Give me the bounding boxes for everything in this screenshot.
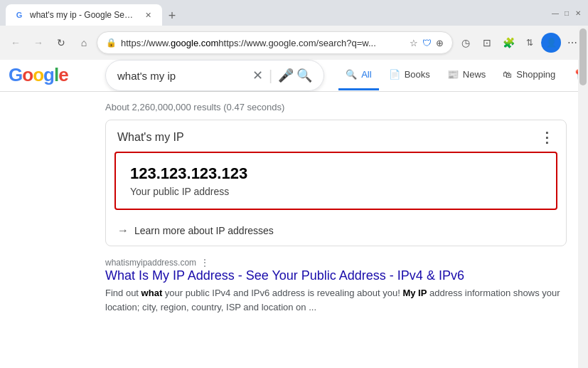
tab-news-label: News xyxy=(463,69,486,80)
search-results-area: About 2,260,000,000 results (0.47 second… xyxy=(0,92,588,368)
separator: | xyxy=(269,68,272,84)
ip-address-value: 123.123.123.123 xyxy=(130,164,542,183)
split-icon[interactable]: ⊡ xyxy=(477,33,497,53)
tab-books-label: Books xyxy=(405,69,430,80)
lock-icon: 🔒 xyxy=(106,38,117,48)
minimize-button[interactable]: — xyxy=(551,9,560,17)
learn-more-text: Learn more about IP addresses xyxy=(134,225,274,236)
result-source: whatismyipaddress.com ⋮ xyxy=(105,258,567,268)
result-domain: whatismyipaddress.com xyxy=(105,258,196,268)
featured-snippet: What's my IP ⋮ 123.123.123.123 Your publ… xyxy=(105,120,567,246)
shield-icon: 🛡 xyxy=(422,38,432,48)
tab-all[interactable]: 🔍 All xyxy=(338,61,378,90)
result-description: Find out what your public IPv4 and IPv6 … xyxy=(105,286,567,314)
title-bar: G what's my ip - Google Search ✕ + — □ ✕ xyxy=(0,0,588,26)
url-path: https://www.google.com/search?q=w... xyxy=(218,38,375,48)
page-search-bar[interactable]: ✕ | 🎤 🔍 xyxy=(105,60,324,91)
new-tab-button[interactable]: + xyxy=(162,6,182,26)
google-logo-area: Google xyxy=(9,60,68,90)
news-tab-icon: 📰 xyxy=(447,69,459,80)
voice-search-icon[interactable]: 🎤 xyxy=(278,68,294,83)
url-text: https://www.google.comhttps://www.google… xyxy=(121,38,405,48)
bookmark-icon[interactable]: ⊕ xyxy=(436,38,444,48)
tab-news[interactable]: 📰 News xyxy=(440,61,493,90)
address-bar-row: ← → ↻ ⌂ 🔒 https://www.google.comhttps://… xyxy=(0,26,588,60)
learn-more-link[interactable]: → Learn more about IP addresses xyxy=(106,219,566,246)
result-bold-what: what xyxy=(141,288,163,298)
profile-avatar[interactable]: 👤 xyxy=(541,33,561,53)
tab-shopping[interactable]: 🛍 Shopping xyxy=(496,61,562,90)
ip-address-box: 123.123.123.123 Your public IP address xyxy=(114,152,557,210)
search-result-1: whatismyipaddress.com ⋮ What Is My IP Ad… xyxy=(105,258,567,314)
result-source-menu[interactable]: ⋮ xyxy=(201,258,209,268)
shopping-tab-icon: 🛍 xyxy=(503,69,512,80)
search-submit-button[interactable]: 🔍 xyxy=(296,68,312,83)
back-button[interactable]: ← xyxy=(6,33,26,53)
tab-favicon: G xyxy=(14,10,24,20)
browser-scrollbar[interactable] xyxy=(578,26,588,368)
search-tabs-bar: Google ✕ | 🎤 🔍 🔍 All 📄 Books 📰 N xyxy=(0,60,588,92)
snippet-header: What's my IP ⋮ xyxy=(106,120,566,152)
snippet-menu-button[interactable]: ⋮ xyxy=(540,129,555,146)
arrow-icon: → xyxy=(117,224,129,237)
books-tab-icon: 📄 xyxy=(389,69,400,80)
all-tab-icon: 🔍 xyxy=(346,69,357,80)
toolbar-icons: ◷ ⊡ 🧩 ⇅ 👤 ⋯ xyxy=(456,33,582,53)
ip-address-label: Your public IP address xyxy=(130,186,542,197)
search-clear-button[interactable]: ✕ xyxy=(252,68,263,83)
tab-close-button[interactable]: ✕ xyxy=(142,9,154,21)
tab-all-label: All xyxy=(361,69,371,80)
maximize-button[interactable]: □ xyxy=(562,9,571,17)
tab-title: what's my ip - Google Search xyxy=(30,10,137,20)
address-bar-icons: ☆ 🛡 ⊕ xyxy=(410,38,444,48)
reload-button[interactable]: ↻ xyxy=(51,33,71,53)
close-button[interactable]: ✕ xyxy=(574,9,582,17)
tab-books[interactable]: 📄 Books xyxy=(382,61,437,90)
google-logo: Google xyxy=(9,64,68,86)
extensions-icon[interactable]: 🧩 xyxy=(498,33,518,53)
address-bar[interactable]: 🔒 https://www.google.comhttps://www.goog… xyxy=(97,31,453,54)
result-bold-myip: My IP xyxy=(402,288,427,298)
result-title-link[interactable]: What Is My IP Address - See Your Public … xyxy=(105,268,567,284)
scrollbar-thumb[interactable] xyxy=(579,28,587,85)
sync-icon[interactable]: ⇅ xyxy=(520,33,540,53)
tab-area: G what's my ip - Google Search ✕ + xyxy=(6,0,545,26)
home-button[interactable]: ⌂ xyxy=(74,33,94,53)
results-count: About 2,260,000,000 results (0.47 second… xyxy=(105,98,567,120)
page-search-input[interactable] xyxy=(117,70,252,82)
snippet-title: What's my IP xyxy=(117,131,184,144)
tab-shopping-label: Shopping xyxy=(516,69,555,80)
active-tab[interactable]: G what's my ip - Google Search ✕ xyxy=(6,4,162,26)
history-icon[interactable]: ◷ xyxy=(456,33,476,53)
window-controls: — □ ✕ xyxy=(545,9,582,17)
forward-button[interactable]: → xyxy=(28,33,48,53)
star-icon[interactable]: ☆ xyxy=(410,38,418,48)
